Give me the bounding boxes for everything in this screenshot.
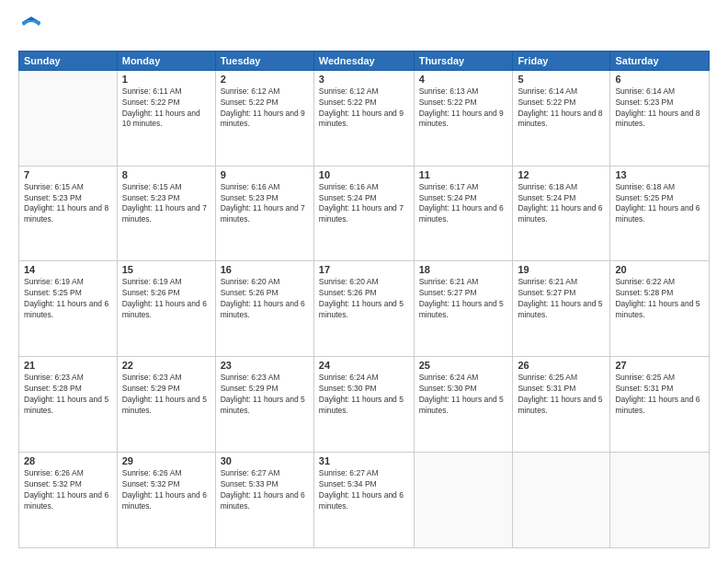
calendar-cell: 7 Sunrise: 6:15 AMSunset: 5:23 PMDayligh… [19, 166, 118, 261]
day-number: 1 [122, 74, 210, 85]
calendar-cell: 29 Sunrise: 6:26 AMSunset: 5:32 PMDaylig… [117, 453, 215, 548]
weekday-friday: Friday [513, 51, 610, 70]
day-info: Sunrise: 6:24 AMSunset: 5:30 PMDaylight:… [419, 373, 508, 417]
day-number: 8 [122, 169, 210, 180]
calendar-cell: 21 Sunrise: 6:23 AMSunset: 5:28 PMDaylig… [19, 357, 118, 453]
calendar-cell: 24 Sunrise: 6:24 AMSunset: 5:30 PMDaylig… [313, 357, 414, 453]
header [18, 15, 710, 41]
day-number: 30 [221, 455, 309, 466]
calendar-cell [610, 453, 710, 548]
calendar-cell: 18 Sunrise: 6:21 AMSunset: 5:27 PMDaylig… [414, 261, 513, 357]
day-info: Sunrise: 6:13 AMSunset: 5:22 PMDaylight:… [419, 86, 508, 131]
day-info: Sunrise: 6:26 AMSunset: 5:32 PMDaylight:… [122, 468, 210, 512]
calendar-cell: 23 Sunrise: 6:23 AMSunset: 5:29 PMDaylig… [215, 357, 313, 453]
logo [18, 15, 42, 41]
calendar-cell: 16 Sunrise: 6:20 AMSunset: 5:26 PMDaylig… [215, 261, 313, 357]
calendar-cell: 2 Sunrise: 6:12 AMSunset: 5:22 PMDayligh… [215, 70, 313, 166]
day-number: 19 [518, 264, 605, 275]
day-info: Sunrise: 6:17 AMSunset: 5:24 PMDaylight:… [419, 182, 508, 226]
calendar-cell: 1 Sunrise: 6:11 AMSunset: 5:22 PMDayligh… [117, 70, 215, 166]
day-info: Sunrise: 6:21 AMSunset: 5:27 PMDaylight:… [518, 277, 605, 321]
calendar-cell: 26 Sunrise: 6:25 AMSunset: 5:31 PMDaylig… [513, 357, 610, 453]
calendar-cell: 19 Sunrise: 6:21 AMSunset: 5:27 PMDaylig… [513, 261, 610, 357]
day-info: Sunrise: 6:16 AMSunset: 5:23 PMDaylight:… [221, 182, 309, 226]
calendar-page: SundayMondayTuesdayWednesdayThursdayFrid… [0, 0, 728, 563]
day-info: Sunrise: 6:23 AMSunset: 5:29 PMDaylight:… [122, 373, 210, 417]
day-info: Sunrise: 6:18 AMSunset: 5:25 PMDaylight:… [615, 182, 704, 226]
week-row-2: 14 Sunrise: 6:19 AMSunset: 5:25 PMDaylig… [19, 261, 710, 357]
weekday-tuesday: Tuesday [215, 51, 313, 70]
day-number: 6 [615, 74, 704, 85]
day-info: Sunrise: 6:20 AMSunset: 5:26 PMDaylight:… [319, 277, 409, 321]
day-number: 22 [122, 360, 210, 371]
day-info: Sunrise: 6:11 AMSunset: 5:22 PMDaylight:… [122, 86, 210, 131]
week-row-3: 21 Sunrise: 6:23 AMSunset: 5:28 PMDaylig… [19, 357, 710, 453]
day-info: Sunrise: 6:24 AMSunset: 5:30 PMDaylight:… [319, 373, 409, 417]
calendar-cell: 14 Sunrise: 6:19 AMSunset: 5:25 PMDaylig… [19, 261, 118, 357]
day-number: 5 [518, 74, 605, 85]
day-number: 16 [221, 264, 309, 275]
day-number: 10 [319, 169, 409, 180]
day-number: 26 [518, 360, 605, 371]
day-info: Sunrise: 6:21 AMSunset: 5:27 PMDaylight:… [419, 277, 508, 321]
day-number: 3 [319, 74, 409, 85]
day-info: Sunrise: 6:25 AMSunset: 5:31 PMDaylight:… [615, 373, 704, 417]
day-number: 31 [319, 455, 409, 466]
week-row-4: 28 Sunrise: 6:26 AMSunset: 5:32 PMDaylig… [19, 453, 710, 548]
day-info: Sunrise: 6:15 AMSunset: 5:23 PMDaylight:… [24, 182, 112, 226]
calendar-cell: 13 Sunrise: 6:18 AMSunset: 5:25 PMDaylig… [610, 166, 710, 261]
day-number: 4 [419, 74, 508, 85]
calendar-cell: 25 Sunrise: 6:24 AMSunset: 5:30 PMDaylig… [414, 357, 513, 453]
day-number: 18 [419, 264, 508, 275]
weekday-saturday: Saturday [610, 51, 710, 70]
calendar-cell [19, 70, 118, 166]
day-number: 27 [615, 360, 704, 371]
calendar-cell: 27 Sunrise: 6:25 AMSunset: 5:31 PMDaylig… [610, 357, 710, 453]
day-info: Sunrise: 6:22 AMSunset: 5:28 PMDaylight:… [615, 277, 704, 321]
calendar-cell: 22 Sunrise: 6:23 AMSunset: 5:29 PMDaylig… [117, 357, 215, 453]
logo-icon [20, 15, 42, 37]
calendar-cell: 5 Sunrise: 6:14 AMSunset: 5:22 PMDayligh… [513, 70, 610, 166]
day-number: 28 [24, 455, 112, 466]
calendar-cell: 30 Sunrise: 6:27 AMSunset: 5:33 PMDaylig… [215, 453, 313, 548]
day-number: 2 [221, 74, 309, 85]
calendar-cell: 3 Sunrise: 6:12 AMSunset: 5:22 PMDayligh… [313, 70, 414, 166]
calendar-cell: 28 Sunrise: 6:26 AMSunset: 5:32 PMDaylig… [19, 453, 118, 548]
calendar-cell: 12 Sunrise: 6:18 AMSunset: 5:24 PMDaylig… [513, 166, 610, 261]
weekday-thursday: Thursday [414, 51, 513, 70]
day-number: 12 [518, 169, 605, 180]
calendar-cell: 6 Sunrise: 6:14 AMSunset: 5:23 PMDayligh… [610, 70, 710, 166]
day-info: Sunrise: 6:27 AMSunset: 5:33 PMDaylight:… [221, 468, 309, 512]
day-info: Sunrise: 6:14 AMSunset: 5:22 PMDaylight:… [518, 86, 605, 131]
calendar-cell: 20 Sunrise: 6:22 AMSunset: 5:28 PMDaylig… [610, 261, 710, 357]
calendar-table: SundayMondayTuesdayWednesdayThursdayFrid… [18, 51, 710, 548]
day-info: Sunrise: 6:18 AMSunset: 5:24 PMDaylight:… [518, 182, 605, 226]
day-info: Sunrise: 6:20 AMSunset: 5:26 PMDaylight:… [221, 277, 309, 321]
calendar-cell: 15 Sunrise: 6:19 AMSunset: 5:26 PMDaylig… [117, 261, 215, 357]
calendar-cell: 8 Sunrise: 6:15 AMSunset: 5:23 PMDayligh… [117, 166, 215, 261]
weekday-sunday: Sunday [19, 51, 118, 70]
day-number: 11 [419, 169, 508, 180]
day-number: 21 [24, 360, 112, 371]
weekday-wednesday: Wednesday [313, 51, 414, 70]
calendar-cell: 10 Sunrise: 6:16 AMSunset: 5:24 PMDaylig… [313, 166, 414, 261]
weekday-header-row: SundayMondayTuesdayWednesdayThursdayFrid… [19, 51, 710, 70]
week-row-1: 7 Sunrise: 6:15 AMSunset: 5:23 PMDayligh… [19, 166, 710, 261]
calendar-cell [414, 453, 513, 548]
day-number: 15 [122, 264, 210, 275]
calendar-cell: 9 Sunrise: 6:16 AMSunset: 5:23 PMDayligh… [215, 166, 313, 261]
day-number: 7 [24, 169, 112, 180]
day-info: Sunrise: 6:14 AMSunset: 5:23 PMDaylight:… [615, 86, 704, 131]
day-info: Sunrise: 6:23 AMSunset: 5:28 PMDaylight:… [24, 373, 112, 417]
day-info: Sunrise: 6:27 AMSunset: 5:34 PMDaylight:… [319, 468, 409, 512]
day-info: Sunrise: 6:23 AMSunset: 5:29 PMDaylight:… [221, 373, 309, 417]
calendar-cell: 17 Sunrise: 6:20 AMSunset: 5:26 PMDaylig… [313, 261, 414, 357]
day-number: 14 [24, 264, 112, 275]
day-number: 20 [615, 264, 704, 275]
calendar-cell: 4 Sunrise: 6:13 AMSunset: 5:22 PMDayligh… [414, 70, 513, 166]
day-info: Sunrise: 6:15 AMSunset: 5:23 PMDaylight:… [122, 182, 210, 226]
calendar-cell: 11 Sunrise: 6:17 AMSunset: 5:24 PMDaylig… [414, 166, 513, 261]
day-number: 23 [221, 360, 309, 371]
day-info: Sunrise: 6:12 AMSunset: 5:22 PMDaylight:… [221, 86, 309, 131]
day-info: Sunrise: 6:26 AMSunset: 5:32 PMDaylight:… [24, 468, 112, 512]
